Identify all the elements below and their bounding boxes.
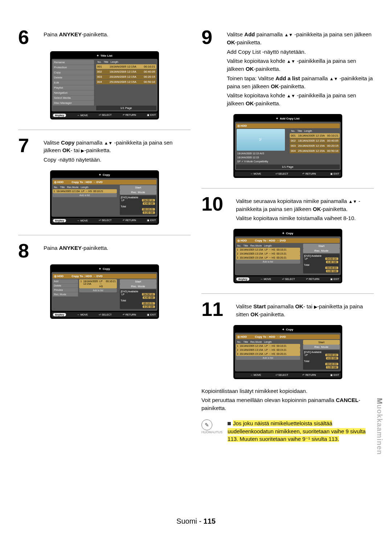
text: Paina — [44, 31, 59, 37]
left-column: 6 Paina ANYKEY-painiketta. Title List Re… — [18, 22, 191, 453]
preview-thumbnail: 🕊 — [237, 129, 285, 151]
step-number: 10 — [201, 195, 232, 213]
text-bold: ANYKEY — [59, 31, 82, 37]
step-body: Paina ANYKEY-painiketta. — [44, 28, 191, 40]
menu-item: Navigation — [53, 90, 94, 96]
menu-item: Copy — [53, 70, 94, 75]
up-down-icon: ▲▼ — [348, 199, 357, 204]
text: -painiketta. — [82, 31, 108, 37]
bullet-icon — [228, 422, 231, 425]
step-number: 8 — [18, 242, 40, 260]
up-down-icon: ▲▼ — [329, 76, 338, 81]
note-icon: ✎ — [201, 419, 212, 430]
osd-page: 1/1 Page — [96, 106, 156, 110]
menu-item: Disc Manager — [53, 101, 94, 106]
osd-copy-8: Copy ◎ HDD Copy To : HDD → DVD Start Rec… — [50, 264, 159, 319]
menu-item: Select Media — [53, 96, 94, 101]
step-10: 10 Valitse seuraava kopioitava nimike pa… — [201, 188, 374, 294]
up-down-icon: ▲▼ — [287, 93, 295, 98]
note-text: Jos joku näistä nimikeluetteloista sisäl… — [228, 419, 374, 443]
section-tab: Muokkaaminen — [375, 396, 392, 479]
manual-page: 6 Paina ANYKEY-painiketta. Title List Re… — [0, 0, 392, 540]
up-down-icon: ▲▼ — [287, 59, 295, 64]
step-9: 9 Valitse Add painamalla ▲▼ -painikkeita… — [201, 22, 374, 188]
step-number: 11 — [201, 300, 232, 318]
menu-item: Delete — [53, 75, 94, 80]
step-8: 8 Paina ANYKEY-painiketta. Copy ◎ HDD Co… — [18, 235, 191, 329]
menu-item: Edit — [53, 80, 94, 85]
note-box: ✎ HUOMAUTUS Jos joku näistä nimikeluette… — [201, 419, 374, 443]
osd-copy-7: Copy ◎ HDD Copy To : HDD → DVD Start Rec… — [50, 170, 159, 225]
step-number: 9 — [201, 28, 223, 46]
after-step-11-text: Kopiointilistaan lisätyt nimikkeet kopio… — [201, 385, 374, 412]
osd-list: No.TitleLength 00118/JAN/2005 12:15A00:1… — [96, 60, 156, 110]
osd-menu: Rename Protection Copy Delete Edit Playl… — [53, 60, 94, 106]
right-column: 9 Valitse Add painamalla ▲▼ -painikkeita… — [201, 22, 374, 453]
osd-add-copy-list: Add Copy List ◎ HDD No.TitleLength 00118… — [233, 114, 342, 178]
menu-item: Playlist — [53, 85, 94, 90]
menu-item: Rename — [53, 60, 94, 65]
step-body: Valitse Copy painamalla ▲▼ -painikkeita … — [44, 137, 191, 165]
osd-title-list: Title List Rename Protection Copy Delete… — [50, 51, 159, 119]
play-icon: ▶ — [314, 304, 317, 309]
osd-copy-10: Copy ◎ HDD Copy To : HDD → DVD Start Rec… — [233, 229, 342, 283]
osd-header: Copy — [52, 172, 158, 178]
step-11: 11 Valitse Start painamalla OK- tai ▶-pa… — [201, 294, 374, 453]
up-down-icon: ▲▼ — [284, 32, 293, 37]
osd-footer: Anykey ↔ MOVE ⏎ SELECT ↶ RETURN ▣ EXIT — [52, 113, 158, 118]
note-label: HUOMAUTUS — [201, 430, 222, 434]
menu-item: Protection — [53, 65, 94, 70]
osd-header: Title List — [52, 53, 158, 59]
up-down-icon: ▲▼ — [104, 141, 113, 146]
step-number: 7 — [18, 137, 40, 154]
step-6: 6 Paina ANYKEY-painiketta. Title List Re… — [18, 22, 191, 130]
osd-copy-11: Copy ◎ HDD Copy To : HDD → DVD Start Rec… — [233, 325, 342, 379]
page-footer: Suomi - 115 — [0, 517, 392, 525]
step-number: 6 — [18, 28, 40, 46]
step-7: 7 Valitse Copy painamalla ▲▼ -painikkeit… — [18, 130, 191, 235]
